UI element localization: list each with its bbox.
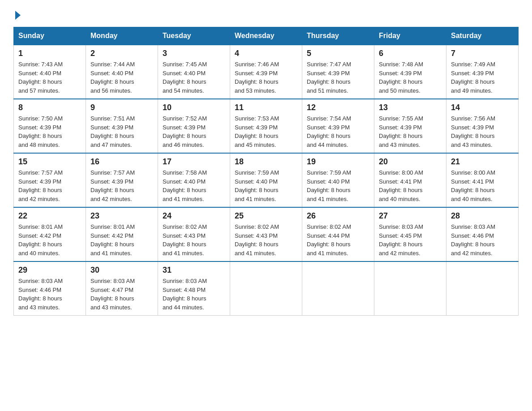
day-number: 1 (18, 49, 81, 58)
day-info: Sunrise: 7:59 AM Sunset: 4:40 PM Dayligh… (307, 168, 369, 203)
week-row-4: 22 Sunrise: 8:01 AM Sunset: 4:42 PM Dayl… (14, 207, 519, 261)
day-number: 5 (307, 49, 369, 58)
calendar-cell: 29 Sunrise: 8:03 AM Sunset: 4:46 PM Dayl… (14, 261, 86, 316)
logo (13, 9, 21, 18)
calendar-cell: 23 Sunrise: 8:01 AM Sunset: 4:42 PM Dayl… (86, 207, 158, 261)
day-number: 23 (90, 211, 153, 221)
day-info: Sunrise: 7:50 AM Sunset: 4:39 PM Dayligh… (18, 114, 81, 149)
calendar-table: SundayMondayTuesdayWednesdayThursdayFrid… (13, 27, 519, 316)
calendar-cell: 1 Sunrise: 7:43 AM Sunset: 4:40 PM Dayli… (14, 45, 86, 99)
day-number: 11 (235, 103, 297, 112)
calendar-cell: 27 Sunrise: 8:03 AM Sunset: 4:45 PM Dayl… (374, 207, 446, 261)
calendar-cell: 16 Sunrise: 7:57 AM Sunset: 4:39 PM Dayl… (86, 153, 158, 207)
day-number: 20 (379, 157, 442, 167)
calendar-cell: 18 Sunrise: 7:59 AM Sunset: 4:40 PM Dayl… (230, 153, 302, 207)
calendar-cell (230, 261, 302, 316)
day-info: Sunrise: 7:47 AM Sunset: 4:39 PM Dayligh… (307, 60, 369, 95)
day-info: Sunrise: 8:03 AM Sunset: 4:47 PM Dayligh… (90, 277, 153, 312)
day-info: Sunrise: 7:57 AM Sunset: 4:39 PM Dayligh… (18, 168, 81, 203)
day-info: Sunrise: 7:55 AM Sunset: 4:39 PM Dayligh… (379, 114, 442, 149)
calendar-cell: 28 Sunrise: 8:03 AM Sunset: 4:46 PM Dayl… (446, 207, 519, 261)
header-saturday: Saturday (446, 27, 519, 45)
day-info: Sunrise: 8:02 AM Sunset: 4:44 PM Dayligh… (307, 223, 369, 257)
day-number: 27 (379, 211, 442, 221)
day-info: Sunrise: 7:58 AM Sunset: 4:40 PM Dayligh… (163, 168, 225, 203)
calendar-header-row: SundayMondayTuesdayWednesdayThursdayFrid… (14, 27, 519, 45)
header-sunday: Sunday (14, 27, 86, 45)
day-info: Sunrise: 7:53 AM Sunset: 4:39 PM Dayligh… (235, 114, 297, 149)
calendar-cell: 15 Sunrise: 7:57 AM Sunset: 4:39 PM Dayl… (14, 153, 86, 207)
week-row-3: 15 Sunrise: 7:57 AM Sunset: 4:39 PM Dayl… (14, 153, 519, 207)
day-number: 15 (18, 157, 81, 167)
day-number: 25 (235, 211, 297, 221)
day-number: 24 (163, 211, 225, 221)
calendar-cell: 11 Sunrise: 7:53 AM Sunset: 4:39 PM Dayl… (230, 99, 302, 153)
day-number: 19 (307, 157, 369, 167)
week-row-5: 29 Sunrise: 8:03 AM Sunset: 4:46 PM Dayl… (14, 261, 519, 316)
day-info: Sunrise: 7:51 AM Sunset: 4:39 PM Dayligh… (90, 114, 153, 149)
calendar-cell: 10 Sunrise: 7:52 AM Sunset: 4:39 PM Dayl… (158, 99, 230, 153)
day-info: Sunrise: 8:01 AM Sunset: 4:42 PM Dayligh… (90, 223, 153, 257)
day-number: 28 (451, 211, 514, 221)
calendar-cell: 25 Sunrise: 8:02 AM Sunset: 4:43 PM Dayl… (230, 207, 302, 261)
day-info: Sunrise: 8:00 AM Sunset: 4:41 PM Dayligh… (379, 168, 442, 203)
calendar-cell: 20 Sunrise: 8:00 AM Sunset: 4:41 PM Dayl… (374, 153, 446, 207)
calendar-cell (302, 261, 374, 316)
day-number: 12 (307, 103, 369, 112)
day-info: Sunrise: 8:03 AM Sunset: 4:45 PM Dayligh… (379, 223, 442, 257)
day-info: Sunrise: 8:00 AM Sunset: 4:41 PM Dayligh… (451, 168, 514, 203)
calendar-cell: 30 Sunrise: 8:03 AM Sunset: 4:47 PM Dayl… (86, 261, 158, 316)
calendar-cell: 26 Sunrise: 8:02 AM Sunset: 4:44 PM Dayl… (302, 207, 374, 261)
day-number: 26 (307, 211, 369, 221)
calendar-cell: 31 Sunrise: 8:03 AM Sunset: 4:48 PM Dayl… (158, 261, 230, 316)
week-row-2: 8 Sunrise: 7:50 AM Sunset: 4:39 PM Dayli… (14, 99, 519, 153)
day-info: Sunrise: 8:03 AM Sunset: 4:48 PM Dayligh… (163, 277, 225, 312)
calendar-cell: 13 Sunrise: 7:55 AM Sunset: 4:39 PM Dayl… (374, 99, 446, 153)
day-info: Sunrise: 7:44 AM Sunset: 4:40 PM Dayligh… (90, 60, 153, 95)
day-info: Sunrise: 7:48 AM Sunset: 4:39 PM Dayligh… (379, 60, 442, 95)
header-tuesday: Tuesday (158, 27, 230, 45)
day-number: 9 (90, 103, 153, 112)
logo-arrow-icon (15, 11, 21, 20)
calendar-cell: 21 Sunrise: 8:00 AM Sunset: 4:41 PM Dayl… (446, 153, 519, 207)
day-info: Sunrise: 7:59 AM Sunset: 4:40 PM Dayligh… (235, 168, 297, 203)
day-info: Sunrise: 8:03 AM Sunset: 4:46 PM Dayligh… (451, 223, 514, 257)
day-number: 4 (235, 49, 297, 58)
day-number: 3 (163, 49, 225, 58)
day-info: Sunrise: 7:46 AM Sunset: 4:39 PM Dayligh… (235, 60, 297, 95)
day-info: Sunrise: 7:49 AM Sunset: 4:39 PM Dayligh… (451, 60, 514, 95)
calendar-cell: 17 Sunrise: 7:58 AM Sunset: 4:40 PM Dayl… (158, 153, 230, 207)
day-info: Sunrise: 7:54 AM Sunset: 4:39 PM Dayligh… (307, 114, 369, 149)
day-number: 7 (451, 49, 514, 58)
header-thursday: Thursday (302, 27, 374, 45)
day-info: Sunrise: 8:01 AM Sunset: 4:42 PM Dayligh… (18, 223, 81, 257)
calendar-cell (446, 261, 519, 316)
week-row-1: 1 Sunrise: 7:43 AM Sunset: 4:40 PM Dayli… (14, 45, 519, 99)
day-number: 30 (90, 265, 153, 275)
day-info: Sunrise: 8:03 AM Sunset: 4:46 PM Dayligh… (18, 277, 81, 312)
day-info: Sunrise: 7:56 AM Sunset: 4:39 PM Dayligh… (451, 114, 514, 149)
day-info: Sunrise: 7:43 AM Sunset: 4:40 PM Dayligh… (18, 60, 81, 95)
calendar-cell: 3 Sunrise: 7:45 AM Sunset: 4:40 PM Dayli… (158, 45, 230, 99)
day-info: Sunrise: 8:02 AM Sunset: 4:43 PM Dayligh… (235, 223, 297, 257)
day-number: 21 (451, 157, 514, 167)
day-number: 17 (163, 157, 225, 167)
day-number: 14 (451, 103, 514, 112)
header-friday: Friday (374, 27, 446, 45)
calendar-cell: 6 Sunrise: 7:48 AM Sunset: 4:39 PM Dayli… (374, 45, 446, 99)
header-wednesday: Wednesday (230, 27, 302, 45)
day-info: Sunrise: 7:57 AM Sunset: 4:39 PM Dayligh… (90, 168, 153, 203)
calendar-cell: 5 Sunrise: 7:47 AM Sunset: 4:39 PM Dayli… (302, 45, 374, 99)
day-number: 22 (18, 211, 81, 221)
day-number: 29 (18, 265, 81, 275)
day-info: Sunrise: 8:02 AM Sunset: 4:43 PM Dayligh… (163, 223, 225, 257)
calendar-cell: 8 Sunrise: 7:50 AM Sunset: 4:39 PM Dayli… (14, 99, 86, 153)
day-info: Sunrise: 7:52 AM Sunset: 4:39 PM Dayligh… (163, 114, 225, 149)
calendar-cell: 4 Sunrise: 7:46 AM Sunset: 4:39 PM Dayli… (230, 45, 302, 99)
calendar-cell: 12 Sunrise: 7:54 AM Sunset: 4:39 PM Dayl… (302, 99, 374, 153)
calendar-cell (374, 261, 446, 316)
day-number: 6 (379, 49, 442, 58)
calendar-cell: 19 Sunrise: 7:59 AM Sunset: 4:40 PM Dayl… (302, 153, 374, 207)
day-number: 8 (18, 103, 81, 112)
page-header (13, 9, 519, 18)
